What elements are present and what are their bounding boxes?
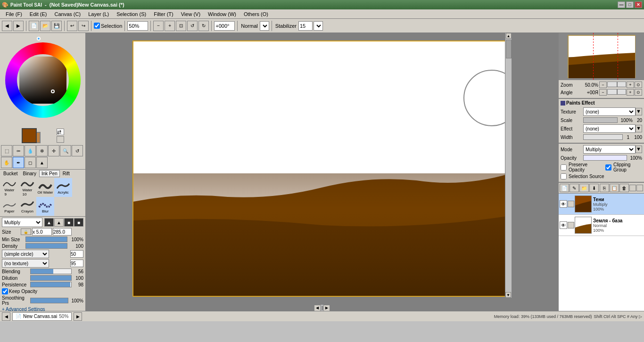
toolbar-redo[interactable]: ↪ (78, 21, 89, 31)
brush-water10[interactable]: Water10 (18, 178, 36, 197)
zoom-input[interactable] (127, 21, 148, 31)
size-multiplier-input[interactable] (32, 228, 52, 236)
advanced-settings-link[interactable]: + Advanced Settings (2, 307, 83, 311)
selection-checkbox[interactable] (94, 23, 100, 29)
zoom-in-btn[interactable]: + (165, 21, 175, 31)
zoom-reset-btn[interactable]: ⊙ (635, 81, 642, 88)
menu-file[interactable]: File (F) (2, 10, 26, 18)
normal-dropdown[interactable]: ▼ (260, 21, 269, 31)
dilution-bar[interactable] (30, 275, 72, 281)
stabilizer-input[interactable] (298, 21, 313, 31)
size-lock-btn[interactable]: 🔒 (21, 228, 31, 235)
blending-bar[interactable] (30, 269, 72, 274)
smoothing-bar[interactable] (30, 298, 68, 303)
layer-item-zemlja[interactable]: 👁 Земля - база Normal 100% (559, 215, 644, 236)
rotate-tool[interactable]: ↺ (72, 145, 83, 156)
texture-select[interactable]: (no texture) (2, 259, 49, 268)
new-folder-btn[interactable]: 📁 (579, 184, 589, 192)
mode-dropdown-btn[interactable]: ▼ (636, 146, 642, 153)
swap-colors-btn[interactable]: ⇄ (57, 129, 64, 135)
blend-mode-select[interactable]: Multiply Normal Screen (2, 218, 42, 227)
zoom-out-btn[interactable]: − (153, 21, 164, 31)
mode-select[interactable]: Multiply Normal Screen (583, 145, 636, 154)
status-next-btn[interactable]: ▶ (74, 312, 82, 321)
toolbar-undo[interactable]: ↩ (67, 21, 77, 31)
brush-oilwater[interactable]: Oil Water (36, 178, 54, 197)
pipette-tool[interactable]: 💧 (25, 145, 36, 156)
hand-tool[interactable]: ✋ (1, 157, 12, 168)
menu-layer[interactable]: Layer (L) (84, 10, 113, 18)
menu-canvas[interactable]: Canvas (C) (51, 10, 85, 18)
selection-source-checkbox[interactable] (561, 173, 567, 179)
rotate-ccw-btn[interactable]: ↺ (187, 21, 198, 31)
drawing-canvas[interactable] (133, 41, 511, 296)
menu-edit[interactable]: Edit (E) (26, 10, 51, 18)
toolbar-new[interactable]: 📄 (29, 21, 39, 31)
select-rect-tool[interactable]: ⬚ (1, 145, 12, 156)
close-button[interactable]: ✕ (635, 1, 642, 8)
status-tab-canvas[interactable]: 📄 New Canvas.sai 50% (12, 312, 72, 321)
canvas-area[interactable]: ▲ ▼ ◀ ▶ (86, 33, 558, 311)
new-layer-btn[interactable]: 📄 (560, 184, 569, 192)
hscroll-track[interactable] (322, 306, 322, 310)
layer-item-teni[interactable]: 👁 Тени Multiply 100% (559, 194, 644, 215)
layer1-lock-btn[interactable] (568, 201, 574, 207)
zoom-fit-btn[interactable]: ⊡ (176, 21, 186, 31)
keep-opacity-checkbox[interactable] (2, 288, 8, 294)
texture-select-right[interactable]: (none) (583, 107, 636, 116)
minimize-button[interactable]: — (618, 1, 625, 8)
persistence-bar[interactable] (30, 282, 72, 287)
menu-view[interactable]: View (V) (177, 10, 204, 18)
brush-acrylic[interactable]: Acrylic (54, 178, 72, 197)
menu-window[interactable]: Window (W) (204, 10, 240, 18)
effect-select-right[interactable]: (none) (583, 124, 636, 133)
color-wheel-area[interactable] (0, 33, 86, 127)
selection-checkbox-label[interactable]: Selection (94, 23, 122, 29)
preserve-opacity-checkbox[interactable] (561, 164, 567, 171)
brush-shape-square2[interactable]: ■ (74, 218, 83, 227)
effect-dropdown-btn[interactable]: ▼ (636, 125, 642, 132)
new-linework-btn[interactable]: ✎ (570, 184, 579, 192)
toolbar-save[interactable]: 💾 (51, 21, 62, 31)
reset-colors-btn[interactable] (57, 136, 64, 143)
zoom-minus-btn[interactable]: − (599, 81, 607, 88)
canvas-hscroll[interactable]: ◀ ▶ (314, 304, 330, 311)
layers-settings-btn[interactable] (636, 185, 643, 191)
brush-tab-rift[interactable]: Rift (60, 170, 72, 177)
merge-down-btn[interactable]: ⬇ (589, 184, 599, 192)
brush-crayon[interactable]: Crayon (18, 197, 36, 216)
layer2-lock-btn[interactable] (568, 222, 574, 228)
hscroll-left[interactable]: ◀ (314, 305, 321, 311)
status-prev-btn[interactable]: ◀ (2, 312, 10, 321)
density-bar[interactable] (25, 243, 67, 249)
copy-layer-btn[interactable]: ⎘ (600, 184, 609, 192)
hscroll-thumb[interactable] (322, 306, 323, 310)
vscroll-down[interactable]: ▼ (505, 292, 511, 298)
toolbar-nav-prev[interactable]: ◀ (2, 21, 12, 31)
primary-color-swatch[interactable] (22, 128, 37, 143)
texture-dropdown-btn[interactable]: ▼ (636, 108, 642, 115)
size-value-input[interactable] (53, 228, 72, 236)
width-slider[interactable] (583, 134, 623, 140)
zoom-tool[interactable]: 🔍 (60, 145, 71, 156)
angle-plus-btn[interactable]: + (627, 89, 634, 96)
brush-water9[interactable]: Water9 (0, 178, 18, 197)
zoom-slider[interactable] (607, 81, 626, 87)
layer2-vis-btn[interactable]: 👁 (560, 221, 567, 229)
angle-slider[interactable] (607, 89, 626, 95)
vscroll-thumb[interactable] (506, 40, 512, 58)
rotate-cw-btn[interactable]: ↻ (198, 21, 209, 31)
wand-tool[interactable]: ✲ (36, 145, 48, 156)
menu-others[interactable]: Others (O) (240, 10, 272, 18)
toolbar-nav-next[interactable]: ▶ (13, 21, 24, 31)
brush-shape-square1[interactable]: ■ (64, 218, 74, 227)
maximize-button[interactable]: □ (626, 1, 634, 8)
layers-more-btn[interactable] (629, 185, 636, 191)
eraser-tool[interactable]: ◻ (25, 157, 36, 168)
angle-input[interactable] (214, 21, 235, 31)
brush-blur[interactable]: Blur (36, 197, 54, 216)
texture-value-input[interactable] (70, 260, 83, 267)
canvas-vscroll[interactable]: ▲ ▼ (505, 33, 512, 298)
layer1-vis-btn[interactable]: 👁 (560, 200, 567, 208)
hscroll-right[interactable]: ▶ (323, 305, 330, 311)
